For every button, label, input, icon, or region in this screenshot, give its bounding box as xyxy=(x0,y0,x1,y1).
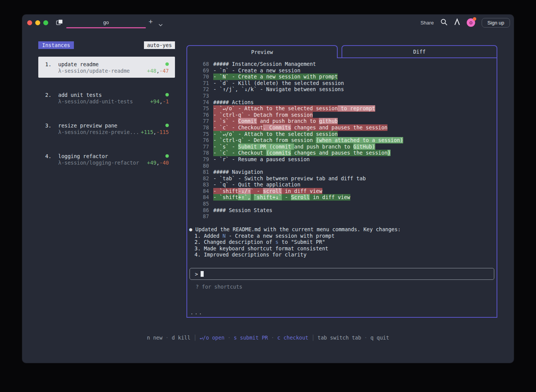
diff-line: 76- `ctrl-q` - Detach from session (when… xyxy=(187,137,497,144)
new-tab-button[interactable]: + xyxy=(149,18,153,26)
session-status-dot xyxy=(165,124,169,127)
traffic-lights xyxy=(27,20,48,25)
session-index: 2. xyxy=(45,92,58,98)
footer-shortcut[interactable]: s submit PR xyxy=(234,335,268,341)
close-window-button[interactable] xyxy=(27,20,32,25)
diff-line: 83- `q` - Quit the application xyxy=(187,181,497,188)
diff-line: 72- `↑/j`, `↓/k` - Navigate between sess… xyxy=(187,86,497,93)
diff-line: 79- `r` - Resume a paused session xyxy=(187,156,497,163)
notification-dot xyxy=(473,17,476,21)
session-diff-stats: +94,-1 xyxy=(150,98,169,105)
session-title: logging refactor xyxy=(58,153,108,159)
session-diff-stats: +49,-40 xyxy=(147,160,169,166)
auto-yes-badge[interactable]: auto-yes xyxy=(144,41,175,49)
prompt-char: > xyxy=(195,271,198,277)
tab-preview[interactable]: Preview xyxy=(186,45,338,58)
footer-shortcut[interactable]: d kill xyxy=(172,335,191,341)
terminal-tab-label: go xyxy=(103,20,109,25)
session-list: 1.update readmeλ-session/update-readme+4… xyxy=(38,57,175,170)
summary-item: 1. Added N - Create a new session with p… xyxy=(189,233,497,239)
footer-separator: · xyxy=(271,335,274,341)
diff-line: 71- `d` - Kill (delete) the selected ses… xyxy=(187,80,497,87)
diff-line: 70- `N` - Create a new session with prom… xyxy=(187,74,497,80)
session-item[interactable]: 2.add unit testsλ-session/add-unit-tests… xyxy=(38,87,175,108)
shortcuts-hint: ? for shortcuts xyxy=(196,284,497,290)
ai-icon[interactable] xyxy=(454,18,460,27)
session-index: 1. xyxy=(45,61,58,67)
assistant-summary: ● Updated the README.md with the current… xyxy=(189,226,497,258)
diff-line: 69- `n` - Create a new session xyxy=(187,67,497,74)
diff-line: 68##### Instance/Session Management xyxy=(187,61,497,67)
session-status-dot xyxy=(165,62,169,66)
minimize-window-button[interactable] xyxy=(35,20,40,25)
session-branch: λ-session/add-unit-tests xyxy=(58,98,133,105)
diff-line: 76- `ctrl-q` - Detach from session xyxy=(187,112,497,118)
titlebar: go + Share ⚙ Sign up xyxy=(22,15,514,31)
footer-separator: · xyxy=(364,335,367,341)
tab-diff[interactable]: Diff xyxy=(342,45,497,58)
diff-line: 81##### Navigation xyxy=(187,169,497,175)
diff-line: 75- `↵/o` - Attach to the selected sessi… xyxy=(187,131,497,137)
user-avatar-settings[interactable]: ⚙ xyxy=(467,18,475,27)
session-item[interactable]: 4.logging refactorλ-session/logging-refa… xyxy=(38,149,175,170)
summary-item: 2. Changed description of s to "Submit P… xyxy=(189,239,497,245)
footer-shortcut[interactable]: n new xyxy=(147,335,163,341)
diff-line: 78- `c` - Checkout (commits changes and … xyxy=(187,150,497,156)
diff-line: 82- `tab` - Switch between preview tab a… xyxy=(187,175,497,182)
session-branch: λ-session/update-readme xyxy=(58,68,130,74)
text-cursor xyxy=(201,271,204,277)
footer-shortcut[interactable]: c checkout xyxy=(277,335,308,341)
chevron-down-icon[interactable] xyxy=(159,21,163,28)
search-icon[interactable] xyxy=(440,18,448,27)
active-tab-underline xyxy=(66,27,146,28)
bullet-icon: ● xyxy=(189,226,192,232)
sign-up-button[interactable]: Sign up xyxy=(482,18,510,28)
sidebar: Instances auto-yes 1.update readmeλ-sess… xyxy=(38,41,175,179)
footer-separator: · xyxy=(165,335,168,341)
session-title: add unit tests xyxy=(58,92,102,98)
session-branch: λ-session/resize-previe... xyxy=(58,129,139,135)
session-status-dot xyxy=(165,93,169,96)
maximize-window-button[interactable] xyxy=(43,20,48,25)
diff-line: 77- `s` - Submit PR (commit and push bra… xyxy=(187,144,497,150)
diff-line: 74##### Actions xyxy=(187,99,497,106)
diff-line: 86#### Session States xyxy=(187,207,497,214)
footer-shortcuts: n new·d kill│↵/o open·s submit PR·c chec… xyxy=(22,335,514,341)
prompt-input[interactable]: > xyxy=(190,268,494,280)
tab-preview-label: Preview xyxy=(251,49,273,55)
share-button[interactable]: Share xyxy=(420,20,434,26)
instances-badge: Instances xyxy=(38,41,74,49)
gear-icon: ⚙ xyxy=(469,20,472,25)
footer-separator: │ xyxy=(193,335,196,341)
session-item[interactable]: 3.resize preview paneλ-session/resize-pr… xyxy=(38,118,175,139)
diff-line: 80 xyxy=(187,163,497,169)
overflow-indicator: ... xyxy=(190,309,203,315)
footer-shortcut[interactable]: ↵/o open xyxy=(199,335,224,341)
footer-separator: │ xyxy=(311,335,314,341)
session-diff-stats: +48,-47 xyxy=(147,68,169,74)
diff-lines: 68##### Instance/Session Management69- `… xyxy=(187,61,497,220)
footer-separator: · xyxy=(227,335,230,341)
preview-panel: 68##### Instance/Session Management69- `… xyxy=(186,57,497,318)
footer-shortcut[interactable]: q quit xyxy=(371,335,389,341)
diff-line: 75- `↵/o` - Attach to the selected sessi… xyxy=(187,105,497,112)
diff-line: 84- `shift-↓/↑` - scroll in diff view xyxy=(187,188,497,194)
diff-line: 87 xyxy=(187,213,497,220)
diff-line: 77- `s` - Commit and push branch to gith… xyxy=(187,118,497,124)
summary-item: 3. Made keyboard shortcut format consist… xyxy=(189,245,497,252)
session-status-dot xyxy=(165,154,169,158)
diff-line: 84- `shift+↑`, `shift+↓` - Scroll in dif… xyxy=(187,194,497,201)
diff-line: 73 xyxy=(187,93,497,99)
panes-icon[interactable] xyxy=(56,19,63,27)
tab-diff-label: Diff xyxy=(413,49,426,55)
diff-line: 85 xyxy=(187,201,497,207)
session-item[interactable]: 1.update readmeλ-session/update-readme+4… xyxy=(38,57,175,78)
terminal-window: go + Share ⚙ Sign up Instances auto-yes xyxy=(22,15,514,363)
session-index: 4. xyxy=(45,153,58,159)
footer-shortcut[interactable]: tab switch tab xyxy=(318,335,361,341)
diff-line: 78- `c` - Checkout. Commits changes and … xyxy=(187,124,497,131)
session-title: resize preview pane xyxy=(58,122,117,129)
session-diff-stats: +115,-115 xyxy=(141,129,169,135)
session-branch: λ-session/logging-refactor xyxy=(58,160,139,166)
summary-item: 4. Improved descriptions for clarity xyxy=(189,252,497,258)
